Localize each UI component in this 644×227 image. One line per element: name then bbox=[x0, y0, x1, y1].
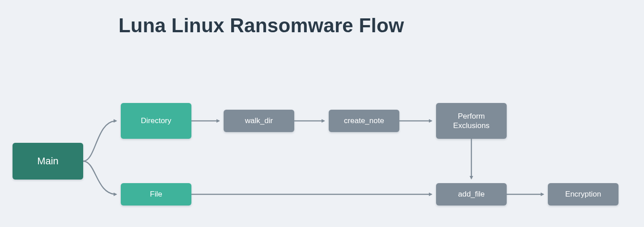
node-label: Encryption bbox=[565, 189, 601, 199]
edge-main-directory bbox=[83, 121, 116, 161]
node-label: create_note bbox=[344, 116, 384, 125]
node-main: Main bbox=[13, 143, 83, 180]
node-file: File bbox=[121, 183, 191, 206]
node-walk-dir: walk_dir bbox=[224, 110, 294, 132]
node-label: Perform Exclusions bbox=[440, 111, 503, 131]
node-label: walk_dir bbox=[245, 116, 273, 125]
node-perform-exclusions: Perform Exclusions bbox=[436, 103, 507, 139]
node-label: File bbox=[150, 189, 162, 199]
diagram-title: Luna Linux Ransomware Flow bbox=[119, 14, 404, 37]
node-add-file: add_file bbox=[436, 183, 507, 206]
node-directory: Directory bbox=[121, 103, 191, 139]
node-label: Main bbox=[37, 155, 59, 167]
edge-main-file bbox=[83, 161, 116, 194]
node-label: add_file bbox=[458, 189, 485, 199]
node-encryption: Encryption bbox=[548, 183, 619, 206]
node-create-note: create_note bbox=[329, 110, 399, 132]
diagram-canvas: Luna Linux Ransomware Flow Main Director… bbox=[0, 0, 644, 227]
node-label: Directory bbox=[141, 116, 171, 125]
